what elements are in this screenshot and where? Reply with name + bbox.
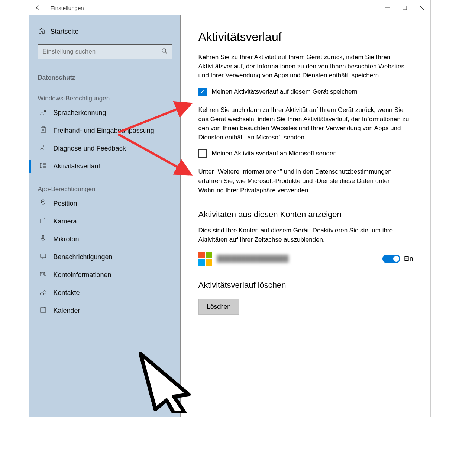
sidebar-section-windows: Windows-Berechtigungen <box>29 84 181 104</box>
account-toggle[interactable] <box>382 255 400 263</box>
nav-label: Position <box>54 200 77 208</box>
clear-heading: Aktivitätsverlauf löschen <box>198 280 413 290</box>
svg-point-4 <box>162 49 166 52</box>
description-3: Unter "Weitere Informationen" und in den… <box>198 167 413 195</box>
svg-rect-24 <box>41 254 46 258</box>
sidebar-item-speech[interactable]: Spracherkennung <box>29 104 181 122</box>
checkbox-store-device[interactable]: Meinen Aktivitätsverlauf auf diesem Gerä… <box>198 88 413 96</box>
account-name: ████████████████ <box>217 255 289 263</box>
sidebar-item-contacts[interactable]: Kontakte <box>29 284 181 302</box>
maximize-button[interactable] <box>396 0 413 15</box>
sidebar-item-location[interactable]: Position <box>29 194 181 212</box>
svg-rect-21 <box>42 218 44 219</box>
svg-rect-13 <box>40 163 42 168</box>
window-title: Einstellungen <box>51 5 84 11</box>
nav-label: Kalender <box>54 307 80 315</box>
account-info-icon <box>38 270 48 280</box>
sidebar-item-inking[interactable]: Freihand- und Eingabeanpassung <box>29 122 181 139</box>
svg-rect-22 <box>42 235 44 239</box>
page-title: Aktivitätsverlauf <box>198 30 413 44</box>
nav-label: Spracherkennung <box>54 109 106 117</box>
sidebar-item-account-info[interactable]: Kontoinformationen <box>29 266 181 284</box>
sidebar-item-diagnostics[interactable]: Diagnose und Feedback <box>29 139 181 157</box>
sidebar-item-activity-history[interactable]: Aktivitätsverlauf <box>29 157 181 175</box>
nav-label: Mikrofon <box>54 235 79 243</box>
nav-label: Benachrichtigungen <box>54 253 113 261</box>
nav-label: Freihand- und Eingabeanpassung <box>54 127 154 135</box>
home-icon <box>38 27 45 36</box>
svg-point-32 <box>41 290 43 292</box>
accounts-heading: Aktivitäten aus diesen Konten anzeigen <box>198 210 413 219</box>
svg-point-33 <box>44 290 45 292</box>
svg-point-20 <box>42 220 44 222</box>
camera-icon <box>38 217 48 226</box>
svg-point-6 <box>41 110 43 112</box>
checkbox-send-microsoft[interactable]: Meinen Aktivitätsverlauf an Microsoft se… <box>198 149 413 158</box>
sidebar-section-app: App-Berechtigungen <box>29 175 181 194</box>
nav-label: Aktivitätsverlauf <box>54 163 100 170</box>
checkbox-icon-unchecked <box>198 149 207 158</box>
clipboard-icon <box>38 126 48 135</box>
nav-label: Kontoinformationen <box>54 271 111 279</box>
search-input[interactable] <box>38 44 172 59</box>
titlebar: Einstellungen <box>29 0 430 15</box>
sidebar-privacy-label: Datenschutz <box>29 68 181 84</box>
nav-label: Kontakte <box>54 289 80 297</box>
checkbox-label: Meinen Aktivitätsverlauf auf diesem Gerä… <box>212 88 358 96</box>
microphone-icon <box>38 235 48 244</box>
content-pane: Aktivitätsverlauf Kehren Sie zu Ihrer Ak… <box>181 15 430 417</box>
sidebar-home[interactable]: Startseite <box>29 23 181 41</box>
sidebar-item-microphone[interactable]: Mikrofon <box>29 230 181 248</box>
svg-point-18 <box>42 201 44 202</box>
minimize-button[interactable] <box>379 0 396 15</box>
microsoft-logo-icon <box>198 252 212 266</box>
svg-line-5 <box>165 52 167 54</box>
clear-button[interactable]: Löschen <box>198 299 239 315</box>
svg-rect-1 <box>403 6 407 10</box>
account-row: ████████████████ Ein <box>198 252 413 266</box>
sidebar: Startseite Datenschutz Windows-Berechtig… <box>29 15 181 417</box>
accounts-description: Dies sind Ihre Konten auf diesem Gerät. … <box>198 226 413 244</box>
calendar-icon <box>38 306 48 315</box>
svg-rect-12 <box>44 145 46 147</box>
sidebar-item-camera[interactable]: Kamera <box>29 212 181 230</box>
feedback-icon <box>38 144 48 153</box>
svg-point-26 <box>41 273 42 274</box>
checkbox-icon-checked <box>198 88 207 96</box>
svg-point-11 <box>41 146 43 148</box>
sidebar-item-notifications[interactable]: Benachrichtigungen <box>29 248 181 266</box>
toggle-state-label: Ein <box>404 255 413 263</box>
back-button[interactable] <box>29 0 47 15</box>
nav-label: Diagnose und Feedback <box>54 145 126 152</box>
close-button[interactable] <box>413 0 430 15</box>
sidebar-item-calendar[interactable]: Kalender <box>29 302 181 319</box>
checkbox-label: Meinen Aktivitätsverlauf an Microsoft se… <box>212 150 337 157</box>
notifications-icon <box>38 253 48 262</box>
settings-window: Einstellungen Startseite <box>29 0 431 417</box>
svg-rect-25 <box>40 272 45 276</box>
activity-icon <box>38 162 48 171</box>
location-icon <box>38 199 48 208</box>
sidebar-home-label: Startseite <box>51 28 79 36</box>
search-icon <box>161 48 167 55</box>
description-1: Kehren Sie zu Ihrer Aktivität auf Ihrem … <box>198 53 413 80</box>
svg-rect-34 <box>41 308 46 312</box>
description-2: Kehren Sie auch dann zu Ihrer Aktivität … <box>198 106 413 142</box>
speech-icon <box>38 108 48 118</box>
nav-label: Kamera <box>54 218 77 225</box>
contacts-icon <box>38 288 48 298</box>
